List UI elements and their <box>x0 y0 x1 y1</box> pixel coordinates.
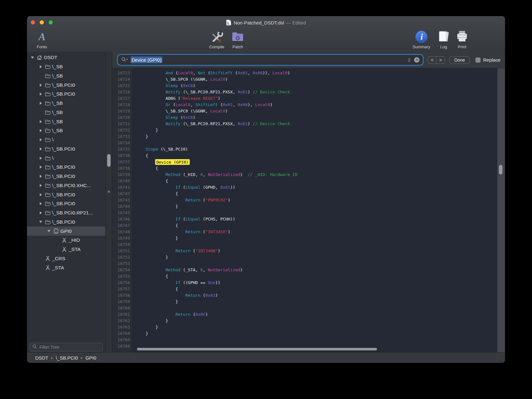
patch-button[interactable]: Patch <box>227 30 249 49</box>
filter-tree-input[interactable] <box>39 344 100 350</box>
code-line[interactable]: { <box>136 165 497 172</box>
vertical-scrollbar-track[interactable] <box>497 68 505 352</box>
tree-item[interactable]: \_SB.PCI0 <box>27 190 105 199</box>
tree-item[interactable]: \_SB <box>27 108 105 117</box>
tree-item[interactable]: GPI0 <box>27 227 105 236</box>
breadcrumb-item[interactable]: DSDT <box>35 355 48 361</box>
code-line[interactable]: } <box>136 254 497 260</box>
tree-item[interactable]: \ <box>27 153 105 163</box>
code-line[interactable]: } <box>136 133 497 140</box>
disclosure-triangle[interactable] <box>38 102 44 105</box>
code-line[interactable]: { <box>136 191 497 197</box>
disclosure-triangle[interactable] <box>38 65 44 68</box>
tree-item[interactable]: _STA <box>27 245 105 254</box>
code-editor[interactable]: 1672316724167251672616727167281672916730… <box>112 68 497 352</box>
done-button[interactable]: Done <box>449 56 469 64</box>
code-line[interactable]: { <box>136 152 497 159</box>
disclosure-triangle[interactable] <box>38 193 44 196</box>
tree-item[interactable]: \_SB.PCI0 <box>27 90 105 99</box>
tree-item[interactable]: \_SB <box>27 71 105 81</box>
tree-item[interactable]: \_SB.PCI0 <box>27 163 105 172</box>
disclosure-triangle[interactable] <box>46 230 52 232</box>
compile-button[interactable]: Compile <box>206 30 228 49</box>
code-line[interactable]: } <box>136 203 497 210</box>
code-line[interactable]: } <box>136 330 497 337</box>
tree-item[interactable]: \_SB.PCI0.XHC... <box>27 181 105 190</box>
previous-match-button[interactable]: < <box>428 57 436 64</box>
code-line[interactable]: ADBG ("Release RESET") <box>136 95 497 102</box>
tree-item[interactable]: \_SB <box>27 117 105 126</box>
disclosure-triangle[interactable] <box>38 166 44 169</box>
code-line[interactable]: } <box>136 318 497 324</box>
breadcrumb-item[interactable]: GPI0 <box>85 355 96 361</box>
code-line[interactable] <box>136 241 497 248</box>
horizontal-scrollbar-thumb[interactable] <box>137 348 377 350</box>
code-line[interactable]: Return (0x03) <box>136 292 497 299</box>
tree-item[interactable]: \_SB <box>27 99 105 108</box>
next-match-button[interactable]: > <box>436 57 445 64</box>
code-line[interactable]: Return (0x0F) <box>136 311 497 318</box>
code-line[interactable]: Sleep (0xC8) <box>136 114 497 121</box>
code-line[interactable] <box>136 140 497 146</box>
disclosure-triangle[interactable] <box>38 211 44 214</box>
vertical-scrollbar-thumb[interactable] <box>499 165 502 174</box>
code-line[interactable]: } <box>136 235 497 241</box>
code-line[interactable]: Scope (\_SB.PCI0) <box>136 146 497 152</box>
tree-item[interactable]: \_SB.PCI0 <box>27 80 105 90</box>
code-line[interactable]: Return ("INT3450") <box>136 229 497 235</box>
disclosure-triangle[interactable] <box>38 129 44 132</box>
code-line[interactable]: And (Local0, Not (ShiftLeft (0x01, 0x08)… <box>136 70 497 76</box>
disclosure-triangle[interactable] <box>38 92 44 96</box>
tree-item[interactable]: \_SB.PCI0 <box>27 145 105 154</box>
tree-item[interactable]: \_SB <box>27 62 105 71</box>
fonts-button[interactable]: A Fonts <box>31 30 53 49</box>
disclosure-triangle[interactable] <box>30 57 35 59</box>
breadcrumb-item[interactable]: \_SB.PCI0 <box>56 355 78 361</box>
code-line[interactable]: If (LEqual (GPHD, 0x01)) <box>136 184 497 191</box>
code-line[interactable]: { <box>136 286 497 292</box>
print-button[interactable]: Print <box>451 30 473 49</box>
tree-item[interactable]: \_SB <box>27 126 105 135</box>
replace-checkbox[interactable] <box>475 57 481 63</box>
code-line[interactable] <box>136 260 497 267</box>
filter-tree-field[interactable] <box>30 343 103 351</box>
code-line[interactable]: } <box>136 299 497 305</box>
code-area[interactable]: And (Local0, Not (ShiftLeft (0x01, 0x08)… <box>133 68 497 352</box>
code-line[interactable]: Notify (\_SB.PCI0.RP21.PXSX, 0x01) // De… <box>136 89 497 95</box>
code-line[interactable]: Return ("INT34BB") <box>136 248 497 254</box>
tree-item[interactable]: \_SB.PCI0 <box>27 172 105 181</box>
search-icon[interactable] <box>121 57 129 63</box>
disclosure-triangle[interactable] <box>38 221 44 223</box>
code-line[interactable] <box>136 305 497 311</box>
tree-item[interactable]: \_SB.PCI0 <box>27 199 105 208</box>
disclosure-triangle[interactable] <box>38 120 44 123</box>
code-line[interactable]: Device (GPI0) <box>136 159 497 165</box>
summary-button[interactable]: i Summary <box>410 30 433 49</box>
tree-item[interactable]: _HID <box>27 236 105 245</box>
disclosure-triangle[interactable] <box>38 175 44 178</box>
tree-item[interactable]: DSDT <box>27 53 105 62</box>
tree-item[interactable]: \_SB.PCI0 <box>27 218 105 227</box>
sidebar-scrollbar-thumb[interactable] <box>107 154 111 167</box>
disclosure-triangle[interactable] <box>38 157 44 160</box>
code-line[interactable] <box>136 210 497 216</box>
code-line[interactable]: { <box>136 222 497 229</box>
tree-item[interactable]: \ <box>27 135 105 145</box>
disclosure-triangle[interactable] <box>38 138 44 141</box>
code-line[interactable]: \_SB.SPC0 (\GGNR, Local0) <box>136 76 497 83</box>
tree-item[interactable]: _STA <box>27 263 105 272</box>
titlebar[interactable]: Non-Patched_DSDT.dsl — Edited <box>27 16 505 29</box>
disclosure-triangle[interactable] <box>38 184 44 187</box>
code-line[interactable]: { <box>136 273 497 280</box>
code-line[interactable]: Notify (\_SB.PCI0.RP21.PXSX, 0x01) // De… <box>136 121 497 127</box>
disclosure-triangle[interactable] <box>38 202 44 205</box>
code-line[interactable]: Method (_STA, 0, NotSerialized) <box>136 267 497 273</box>
pane-splitter[interactable] <box>105 52 112 352</box>
disclosure-triangle[interactable] <box>38 147 44 151</box>
code-line[interactable]: Or (Local0, ShiftLeft (0x01, 0x08), Loca… <box>136 102 497 108</box>
clear-search-icon[interactable]: ✕ <box>414 57 419 63</box>
code-line[interactable]: } <box>136 127 497 133</box>
code-line[interactable] <box>136 337 497 343</box>
code-line[interactable]: \_SB.SPC0 (\GGNR, Local0) <box>136 108 497 114</box>
code-line[interactable]: If ((GPHD == One)) <box>136 280 497 286</box>
